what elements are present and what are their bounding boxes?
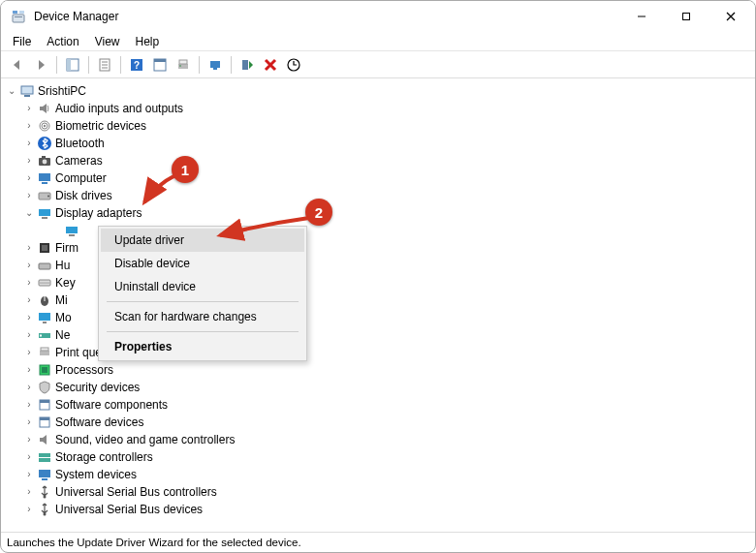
context-separator (107, 301, 299, 302)
usb-icon (36, 502, 53, 517)
tree-item-system[interactable]: › System devices (3, 466, 753, 483)
computer-icon (18, 83, 36, 99)
update-driver-button[interactable] (283, 54, 304, 76)
usb-icon (36, 484, 53, 500)
caret-right-icon[interactable]: › (22, 313, 36, 323)
tree-item-biometric[interactable]: › Biometric devices (3, 117, 753, 135)
maximize-button[interactable] (664, 2, 709, 31)
tree-item-storage[interactable]: › Storage controllers (3, 448, 753, 466)
svg-rect-64 (40, 417, 49, 420)
svg-rect-56 (40, 335, 42, 337)
caret-right-icon[interactable]: › (22, 348, 36, 357)
caret-right-icon[interactable]: › (22, 173, 36, 183)
chip-icon (36, 240, 53, 256)
tree-item-security[interactable]: › Security devices (3, 379, 753, 396)
mouse-icon (36, 292, 53, 308)
menu-help[interactable]: Help (128, 33, 168, 50)
svg-rect-35 (42, 182, 47, 184)
tree-item-disk[interactable]: › Disk drives (3, 187, 753, 204)
caret-right-icon[interactable]: › (22, 400, 36, 410)
annotation-bubble-2: 2 (305, 199, 332, 226)
svg-point-47 (42, 282, 43, 283)
tree-item-display-adapters[interactable]: ⌄ Display adapters (3, 204, 753, 222)
tree-item-label: Mi (53, 293, 68, 307)
tree-item-label: Bluetooth (53, 137, 105, 150)
caret-right-icon[interactable]: › (22, 121, 36, 131)
svg-rect-0 (13, 11, 17, 14)
minimize-button[interactable] (619, 2, 664, 31)
toolbar-separator (231, 56, 232, 74)
scan-hardware-button[interactable] (205, 54, 226, 76)
fingerprint-icon (36, 118, 53, 134)
caret-right-icon[interactable]: › (22, 330, 36, 340)
context-uninstall-device[interactable]: Uninstall device (101, 275, 304, 298)
tree-item-cameras[interactable]: › Cameras (3, 152, 753, 169)
caret-right-icon[interactable]: › (22, 156, 36, 166)
caret-right-icon[interactable]: › (22, 191, 36, 200)
tree-item-label: Ne (53, 328, 70, 342)
svg-rect-23 (242, 60, 248, 70)
tree-item-processors[interactable]: › Processors (3, 361, 753, 379)
menu-file[interactable]: File (5, 33, 39, 50)
enable-device-button[interactable] (236, 54, 258, 76)
tree-item-computer[interactable]: › Computer (3, 169, 753, 187)
caret-right-icon[interactable]: › (22, 470, 36, 479)
caret-right-icon[interactable]: › (22, 278, 36, 288)
caret-down-icon[interactable]: ⌄ (5, 86, 18, 96)
svg-rect-3 (15, 16, 22, 17)
context-update-driver[interactable]: Update driver (101, 229, 304, 252)
caret-right-icon[interactable]: › (22, 243, 36, 253)
forward-button[interactable] (30, 54, 51, 76)
help-button[interactable]: ? (126, 54, 147, 76)
menu-view[interactable]: View (87, 33, 128, 50)
tree-item-label: Audio inputs and outputs (53, 102, 183, 115)
menubar: File Action View Help (1, 32, 755, 51)
caret-right-icon[interactable]: › (22, 452, 36, 462)
tree-item-label: Universal Serial Bus devices (53, 503, 203, 516)
tree-item-label: Mo (53, 311, 72, 324)
caret-right-icon[interactable]: › (22, 435, 36, 445)
uninstall-device-button[interactable] (260, 54, 281, 76)
caret-right-icon[interactable]: › (22, 138, 36, 148)
caret-right-icon[interactable]: › (22, 295, 36, 305)
menu-action[interactable]: Action (39, 33, 86, 50)
back-button[interactable] (7, 54, 28, 76)
tree-item-label: System devices (53, 468, 137, 481)
svg-rect-33 (42, 156, 46, 158)
svg-rect-25 (21, 86, 33, 94)
caret-right-icon[interactable]: › (22, 383, 36, 392)
svg-rect-66 (39, 458, 50, 462)
caret-right-icon[interactable]: › (22, 261, 36, 270)
show-hide-tree-button[interactable] (62, 54, 83, 76)
toolbar: ? (1, 51, 755, 78)
context-properties[interactable]: Properties (101, 335, 304, 358)
svg-rect-34 (39, 173, 50, 181)
tree-item-usb-devices[interactable]: › Universal Serial Bus devices (3, 501, 753, 518)
close-button[interactable] (709, 2, 753, 31)
svg-rect-5 (683, 14, 690, 20)
properties-button[interactable] (94, 54, 115, 76)
context-scan-hardware[interactable]: Scan for hardware changes (101, 305, 304, 328)
tree-pane: ⌄ SrishtiPC › Audio inputs and outputs ›… (1, 78, 755, 533)
caret-right-icon[interactable]: › (22, 505, 36, 514)
caret-right-icon[interactable]: › (22, 365, 36, 375)
tree-item-bluetooth[interactable]: › Bluetooth (3, 135, 753, 152)
tree-item-sound[interactable]: › Sound, video and game controllers (3, 431, 753, 448)
tree-item-software-components[interactable]: › Software components (3, 396, 753, 414)
action-button[interactable] (149, 54, 171, 76)
caret-down-icon[interactable]: ⌄ (22, 208, 36, 218)
annotation-label: 1 (181, 162, 189, 178)
tree-item-audio[interactable]: › Audio inputs and outputs (3, 100, 753, 117)
print-button[interactable] (173, 54, 194, 76)
caret-right-icon[interactable]: › (22, 104, 36, 113)
tree-root[interactable]: ⌄ SrishtiPC (3, 82, 753, 100)
caret-right-icon[interactable]: › (22, 417, 36, 427)
context-disable-device[interactable]: Disable device (101, 252, 304, 275)
caret-right-icon[interactable]: › (22, 487, 36, 497)
tree-item-software-devices[interactable]: › Software devices (3, 414, 753, 431)
tree-item-usb-controllers[interactable]: › Universal Serial Bus controllers (3, 483, 753, 501)
display-adapter-icon (63, 223, 80, 238)
network-icon (36, 327, 53, 343)
tree-item-label: Processors (53, 363, 113, 377)
svg-rect-26 (24, 95, 30, 97)
